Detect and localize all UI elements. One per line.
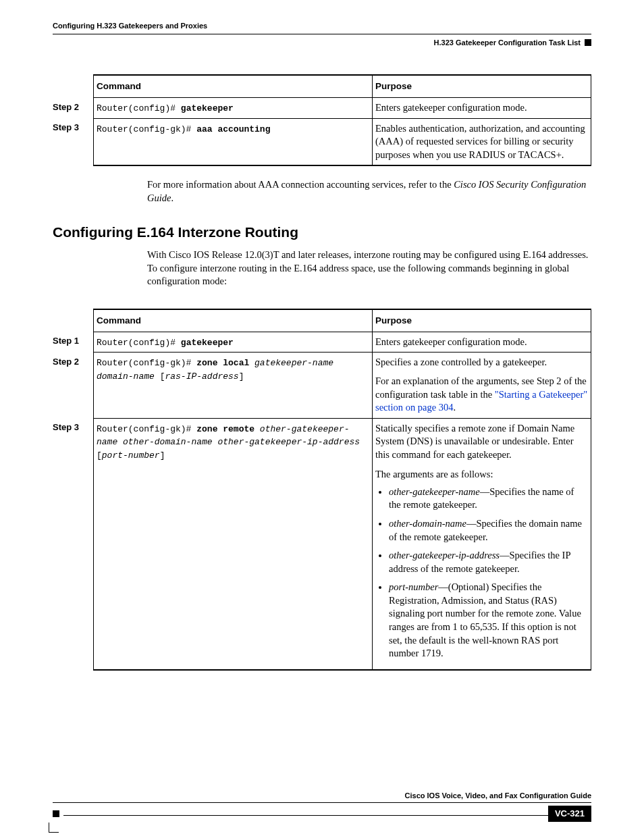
argument-list: other-gatekeeper-name—Specifies the name… [375,486,588,660]
command-table-2: Command Purpose Step 1 Router(config)# g… [53,309,591,671]
purpose-header: Purpose [373,75,591,98]
table-row: Step 2 Router(config)# gatekeeper Enters… [53,98,591,119]
purpose-header: Purpose [373,309,591,332]
blank-header [53,309,94,332]
purpose-cell: Enters gatekeeper configuration mode. [373,98,591,119]
list-item: port-number—(Optional) Specifies the Reg… [389,581,588,660]
chapter-title: Configuring H.323 Gatekeepers and Proxie… [53,22,207,30]
command-cell: Router(config-gk)# zone local gatekeeper… [94,353,373,418]
table-row: Step 3 Router(config-gk)# aaa accounting… [53,118,591,165]
page-number: VC-321 [548,806,591,822]
list-item: other-domain-name—Specifies the domain n… [389,517,588,544]
purpose-cell: Enters gatekeeper configuration mode. [373,332,591,353]
crop-mark-icon [49,823,59,833]
step-label: Step 2 [53,353,94,418]
table-row: Step 1 Router(config)# gatekeeper Enters… [53,332,591,353]
command-cell: Router(config-gk)# zone remote other-gat… [94,418,373,670]
purpose-cell: Enables authentication, authorization, a… [373,118,591,165]
blank-header [53,75,94,98]
purpose-cell: Specifies a zone controlled by a gatekee… [373,353,591,418]
step-label: Step 2 [53,98,94,119]
header-marker-icon [585,39,591,46]
table-row: Step 3 Router(config-gk)# zone remote ot… [53,418,591,670]
step-label: Step 3 [53,418,94,670]
section-heading: Configuring E.164 Interzone Routing [53,223,591,242]
command-header: Command [94,75,373,98]
list-item: other-gatekeeper-name—Specifies the name… [389,486,588,512]
step-label: Step 3 [53,118,94,165]
body-paragraph: For more information about AAA connectio… [147,178,591,205]
section-header: H.323 Gatekeeper Configuration Task List [434,38,591,48]
list-item: other-gatekeeper-ip-address—Specifies th… [389,549,588,575]
running-header: Configuring H.323 Gatekeepers and Proxie… [53,19,591,34]
command-cell: Router(config-gk)# aaa accounting [94,118,373,165]
command-header: Command [94,309,373,332]
command-cell: Router(config)# gatekeeper [94,98,373,119]
footer-marker-icon [53,810,59,817]
section-intro: With Cisco IOS Release 12.0(3)T and late… [147,249,591,288]
step-label: Step 1 [53,332,94,353]
purpose-cell: Statically specifies a remote zone if Do… [373,418,591,670]
table-row: Step 2 Router(config-gk)# zone local gat… [53,353,591,418]
command-table-1: Command Purpose Step 2 Router(config)# g… [53,74,591,166]
page-footer: Cisco IOS Voice, Video, and Fax Configur… [53,791,591,822]
doc-title: Cisco IOS Voice, Video, and Fax Configur… [405,791,591,801]
section-title: H.323 Gatekeeper Configuration Task List [434,38,581,48]
command-cell: Router(config)# gatekeeper [94,332,373,353]
